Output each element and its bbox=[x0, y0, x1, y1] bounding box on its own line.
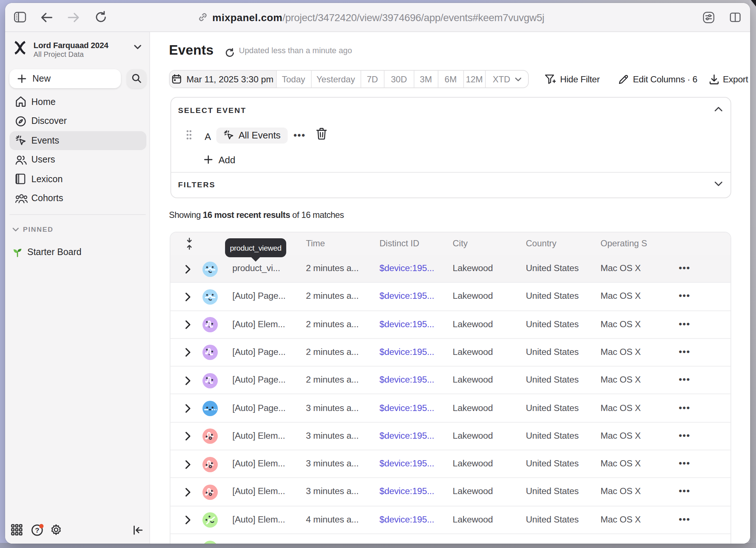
svg-text:?: ? bbox=[35, 526, 39, 534]
